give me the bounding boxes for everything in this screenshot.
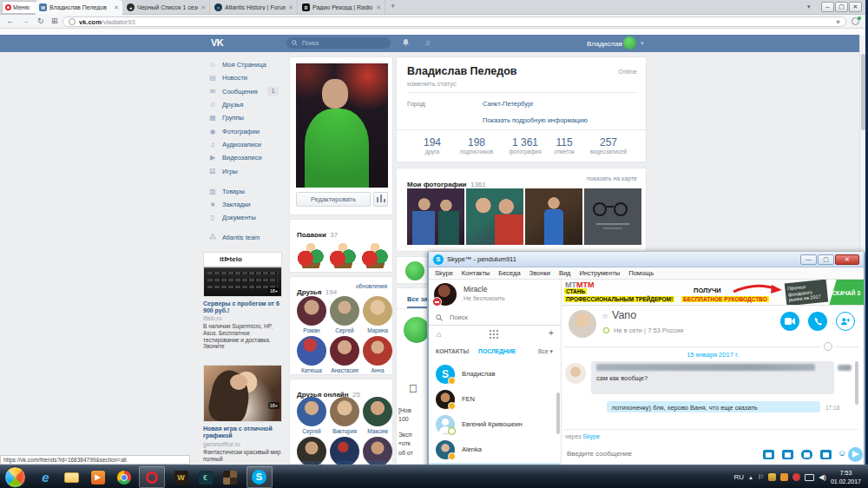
chevron-down-icon[interactable]: ▾ bbox=[641, 40, 644, 47]
browser-tab-3[interactable]: ☺ Atlantis History | Forum L ✕ bbox=[211, 0, 298, 15]
tab-close-icon[interactable]: ✕ bbox=[288, 4, 293, 11]
friend-name[interactable]: Катюша bbox=[294, 367, 329, 373]
statistics-button[interactable] bbox=[373, 192, 388, 207]
friends-updates-link[interactable]: обновления bbox=[356, 283, 387, 289]
menu-conversation[interactable]: Беседа bbox=[498, 269, 520, 277]
speed-dial-icon[interactable]: ⊞ bbox=[51, 16, 58, 25]
vk-logo[interactable]: VK bbox=[211, 37, 223, 48]
menu-skype[interactable]: Skype bbox=[435, 269, 453, 277]
volume-icon[interactable]: ◀) bbox=[819, 473, 826, 481]
sidebar-item-video[interactable]: ▶Видеозаписи bbox=[208, 151, 286, 163]
scrollbar-thumb[interactable] bbox=[861, 54, 865, 130]
vk-search-input[interactable] bbox=[300, 39, 378, 47]
tab-contacts[interactable]: КОНТАКТЫ bbox=[436, 348, 469, 354]
counter-tags[interactable]: 115отметок bbox=[546, 136, 582, 155]
post-author-avatar[interactable] bbox=[404, 317, 430, 343]
menu-calls[interactable]: Звонки bbox=[529, 269, 550, 277]
music-icon[interactable]: ♫ bbox=[424, 38, 431, 47]
photo-thumbnail[interactable] bbox=[584, 188, 641, 245]
ad1-title[interactable]: Серверы с пробегом от 6 900 руб.! bbox=[203, 300, 282, 314]
browser-tab-active[interactable]: W Владислав Пеледов ✕ bbox=[36, 0, 122, 15]
favorite-star-icon[interactable]: ☆ bbox=[602, 312, 608, 320]
contacts-filter[interactable]: Все ▾ bbox=[538, 348, 553, 355]
skype-close-button[interactable]: ✕ bbox=[835, 254, 859, 265]
tray-icon-2[interactable] bbox=[780, 473, 788, 481]
edit-status-link[interactable]: изменить статус bbox=[407, 80, 457, 88]
browser-close-button[interactable]: ✕ bbox=[849, 2, 862, 12]
browser-maximize-button[interactable]: ▢ bbox=[835, 2, 848, 12]
friend-avatar[interactable] bbox=[297, 397, 326, 426]
friend-name[interactable]: Анна bbox=[360, 367, 395, 373]
sidebar-item-audio[interactable]: ♫Аудиозаписи bbox=[208, 138, 286, 150]
tab-menu-icon[interactable]: ▾ bbox=[807, 3, 811, 10]
friend-name[interactable]: Анастасия bbox=[327, 367, 362, 373]
vk-header-username[interactable]: Владислав bbox=[587, 40, 622, 48]
gift-image[interactable] bbox=[328, 237, 358, 268]
contact-list-scrollbar[interactable] bbox=[556, 392, 560, 434]
friends-title[interactable]: Друзья 194 bbox=[297, 282, 337, 298]
friend-avatar[interactable] bbox=[297, 336, 326, 366]
voice-call-button[interactable] bbox=[808, 312, 827, 331]
skype-titlebar[interactable]: S Skype™ - pendulum911 — ▢ ✕ bbox=[429, 252, 864, 267]
bookmark-heart-icon[interactable]: ♥ bbox=[836, 18, 840, 26]
tray-icon-1[interactable] bbox=[768, 473, 776, 481]
counter-photos[interactable]: 1 361фотография bbox=[503, 136, 548, 155]
incoming-message[interactable]: сам как вообще? bbox=[591, 361, 834, 394]
outgoing-message[interactable]: потихонечку) бля, херово Ваня, что еще с… bbox=[607, 401, 820, 412]
friend-avatar[interactable] bbox=[363, 397, 392, 426]
sidebar-item-photos[interactable]: ◉Фотографии bbox=[208, 125, 286, 137]
tab-close-icon[interactable]: ✕ bbox=[114, 4, 119, 11]
skype-ad-banner[interactable]: MTМТМ СТАНЬ ПРОФЕССИОНАЛЬНЫМ ТРЕЙДЕРОМ! … bbox=[562, 280, 864, 306]
bell-icon[interactable] bbox=[402, 38, 410, 49]
taskbar-game-icon[interactable]: W bbox=[172, 468, 190, 486]
skype-minimize-button[interactable]: — bbox=[800, 254, 817, 265]
city-link[interactable]: Санкт-Петербург bbox=[483, 100, 534, 108]
friend-avatar[interactable] bbox=[330, 397, 359, 426]
back-icon[interactable]: ← bbox=[6, 16, 14, 25]
counter-videos[interactable]: 257видеозаписей bbox=[584, 136, 633, 155]
friend-avatar[interactable] bbox=[363, 336, 392, 366]
via-skype-link[interactable]: Skype bbox=[582, 433, 599, 439]
friend-name[interactable]: Виктория bbox=[327, 428, 362, 434]
friend-name[interactable]: Сергей bbox=[294, 428, 329, 434]
friend-name[interactable]: Сергей bbox=[327, 327, 362, 333]
forward-icon[interactable]: → bbox=[22, 16, 30, 25]
menu-view[interactable]: Вид bbox=[559, 269, 571, 277]
emoticon-icon[interactable]: ☺ bbox=[838, 448, 846, 458]
language-indicator[interactable]: RU bbox=[733, 473, 744, 481]
sidebar-item-documents[interactable]: ▯Документы bbox=[208, 211, 286, 223]
skype-search[interactable] bbox=[429, 311, 562, 326]
sidebar-item-news[interactable]: ▤Новости bbox=[208, 71, 286, 83]
skype-search-input[interactable] bbox=[448, 313, 552, 322]
add-contact-icon[interactable]: + bbox=[549, 328, 554, 338]
photo-thumbnail[interactable] bbox=[466, 188, 523, 245]
vk-search[interactable] bbox=[286, 37, 391, 49]
taskbar-utorrent-icon[interactable]: ϵ bbox=[196, 468, 214, 486]
friend-name[interactable]: Марина bbox=[360, 327, 395, 333]
tab-recent[interactable]: ПОСЛЕДНИЕ bbox=[478, 348, 516, 354]
counter-friends[interactable]: 194друга bbox=[414, 136, 450, 155]
browser-minimize-button[interactable]: – bbox=[821, 2, 834, 12]
chat-avatar[interactable] bbox=[569, 310, 596, 338]
new-tab-button[interactable]: + bbox=[391, 2, 395, 10]
gift-image[interactable] bbox=[360, 237, 390, 268]
skype-dnd-tray-icon[interactable] bbox=[792, 473, 800, 481]
address-bar[interactable]: vk.com/vladiator93 ♥ bbox=[62, 16, 846, 27]
counter-followers[interactable]: 198подписчиков bbox=[454, 136, 499, 155]
friend-avatar[interactable] bbox=[330, 336, 359, 366]
taskbar-game2-icon[interactable] bbox=[220, 468, 239, 486]
menu-tools[interactable]: Инструменты bbox=[579, 269, 620, 277]
profile-photo[interactable] bbox=[296, 63, 388, 188]
taskbar-clock[interactable]: 7:5301.02.2017 bbox=[831, 469, 865, 485]
tab-close-icon[interactable]: ✕ bbox=[201, 4, 206, 11]
contact-row[interactable]: FEN bbox=[429, 387, 562, 412]
taskbar-skype-icon[interactable]: S bbox=[250, 468, 268, 486]
show-more-info-link[interactable]: Показать подробную информацию bbox=[483, 116, 588, 124]
show-on-map-link[interactable]: показать на карте bbox=[587, 175, 637, 181]
reload-icon[interactable]: ↻ bbox=[37, 16, 44, 25]
send-file-icon[interactable] bbox=[782, 450, 793, 459]
menu-help[interactable]: Помощь bbox=[628, 269, 654, 277]
message-input[interactable] bbox=[565, 449, 739, 458]
action-center-flag-icon[interactable]: ⚐ bbox=[758, 473, 764, 481]
sidebar-item-market[interactable]: ▥Товары bbox=[208, 185, 286, 197]
